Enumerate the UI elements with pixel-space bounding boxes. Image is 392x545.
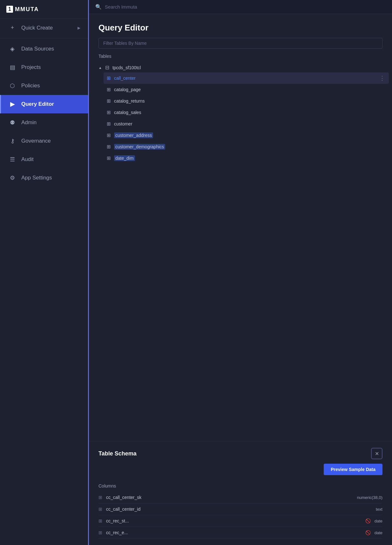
projects-icon: ▤ [9,64,16,71]
table-grid-icon: ⊞ [107,144,111,150]
nav-divider [0,38,88,38]
tables-section: Tables ▲ ⊟ tpcds_sf100tcl ⊞call_center⋮⊞… [89,54,392,441]
sidebar-item-label-audit: Audit [21,156,80,163]
table-grid-icon: ⊞ [107,155,111,161]
preview-sample-data-button[interactable]: Preview Sample Data [324,464,382,475]
column-name: cc_rec_e... [106,530,362,535]
sidebar-item-label-projects: Projects [21,64,80,71]
sidebar: 1 MMUTA +Quick Create▶◈Data Sources▤Proj… [0,0,89,545]
table-item[interactable]: ⊞catalog_page [104,84,389,95]
page-title: Query Editor [98,23,382,33]
chevron-right-icon: ▶ [78,26,80,30]
logo-area: 1 MMUTA [0,0,88,19]
table-grid-icon: ⊞ [107,121,111,127]
nav-items: +Quick Create▶◈Data Sources▤Projects⬡Pol… [0,19,88,187]
mask-icon: 🚫 [365,518,371,523]
filter-tables-input[interactable] [103,41,378,46]
table-name: customer_demographics [114,144,385,149]
chevron-up-icon: ▲ [98,66,102,70]
column-type: date [375,530,382,535]
schema-panel: Table Schema ✕ Preview Sample Data Colum… [89,441,392,545]
app-settings-icon: ⚙ [9,174,16,181]
sidebar-item-governance[interactable]: ⚷Governance [0,132,88,150]
sidebar-item-app-settings[interactable]: ⚙App Settings [0,169,88,187]
sidebar-item-label-admin: Admin [21,119,80,126]
query-editor-icon: ▶ [9,101,16,108]
sidebar-item-label-policies: Policies [21,83,80,89]
database-icon: ⊟ [105,64,109,71]
column-type: date [375,519,382,523]
table-grid-icon: ⊞ [107,132,111,138]
table-name: call_center [114,76,376,81]
table-options-button[interactable]: ⋮ [379,75,385,81]
table-name: catalog_sales [114,110,385,115]
schema-title: Table Schema [98,450,137,457]
table-item[interactable]: ⊞call_center⋮ [104,72,389,84]
table-item[interactable]: ⊞catalog_returns [104,95,389,107]
logo-icon: 1 [6,6,13,13]
table-item[interactable]: ⊞date_dim [104,152,389,164]
column-grid-icon: ⊞ [98,530,102,535]
columns-list: ⊞cc_call_center_sknumeric(38,0)⊞cc_call_… [98,492,382,539]
column-name: cc_call_center_sk [106,495,353,500]
quick-create-icon: + [9,24,16,31]
table-name: date_dim [114,156,385,161]
sidebar-item-label-governance: Governance [21,138,80,144]
tables-label: Tables [98,54,392,59]
column-grid-icon: ⊞ [98,507,102,512]
main-content: 🔍 Query Editor Tables ▲ ⊟ tpcds_sf100tcl… [89,0,392,545]
sidebar-item-data-sources[interactable]: ◈Data Sources [0,40,88,58]
table-grid-icon: ⊞ [107,87,111,92]
query-editor-header: Query Editor [89,14,392,38]
column-row: ⊞cc_call_center_sknumeric(38,0) [98,492,382,503]
column-row: ⊞cc_call_center_idtext [98,503,382,515]
sidebar-item-label-quick-create: Quick Create [21,25,72,31]
sidebar-item-query-editor[interactable]: ▶Query Editor [0,95,88,113]
sidebar-item-label-query-editor: Query Editor [21,101,80,107]
table-name: customer_address [114,133,385,138]
column-grid-icon: ⊞ [98,518,102,523]
sidebar-item-quick-create[interactable]: +Quick Create▶ [0,19,88,37]
sidebar-item-admin[interactable]: ⚉Admin [0,113,88,132]
data-sources-icon: ◈ [9,45,16,52]
column-name: cc_rec_st... [106,518,362,523]
top-bar: 🔍 [89,0,392,14]
schema-header: Table Schema ✕ [98,448,382,459]
columns-label: Columns [98,483,382,488]
global-search-input[interactable] [105,4,386,10]
filter-input-wrap [98,38,382,49]
mask-icon: 🚫 [365,530,371,535]
table-name: catalog_returns [114,98,385,104]
policies-icon: ⬡ [9,82,16,89]
preview-label: Preview Sample Data [331,467,375,472]
table-item[interactable]: ⊞catalog_sales [104,107,389,118]
column-type: numeric(38,0) [357,495,382,500]
logo-text: MMUTA [15,6,39,13]
column-grid-icon: ⊞ [98,495,102,500]
filter-bar [89,38,392,54]
table-item[interactable]: ⊞customer [104,118,389,130]
table-grid-icon: ⊞ [107,75,111,81]
close-schema-button[interactable]: ✕ [371,448,382,459]
db-group-name: tpcds_sf100tcl [112,65,141,70]
table-name: catalog_page [114,87,385,92]
table-item[interactable]: ⊞customer_demographics [104,141,389,152]
table-grid-icon: ⊞ [107,98,111,104]
db-group-header[interactable]: ▲ ⊟ tpcds_sf100tcl [98,63,392,72]
sidebar-item-label-data-sources: Data Sources [21,46,80,52]
table-list: ⊞call_center⋮⊞catalog_page⊞catalog_retur… [104,72,392,164]
table-name: customer [114,121,385,126]
admin-icon: ⚉ [9,119,16,126]
table-item[interactable]: ⊞customer_address [104,130,389,141]
search-icon: 🔍 [95,4,102,10]
governance-icon: ⚷ [9,138,16,145]
audit-icon: ☰ [9,156,16,163]
sidebar-item-audit[interactable]: ☰Audit [0,150,88,169]
column-type: text [376,507,382,512]
page-body: Query Editor Tables ▲ ⊟ tpcds_sf100tcl ⊞… [89,14,392,545]
sidebar-item-projects[interactable]: ▤Projects [0,58,88,77]
sidebar-item-label-app-settings: App Settings [21,175,80,181]
table-grid-icon: ⊞ [107,110,111,115]
sidebar-item-policies[interactable]: ⬡Policies [0,77,88,95]
column-name: cc_call_center_id [106,507,372,512]
